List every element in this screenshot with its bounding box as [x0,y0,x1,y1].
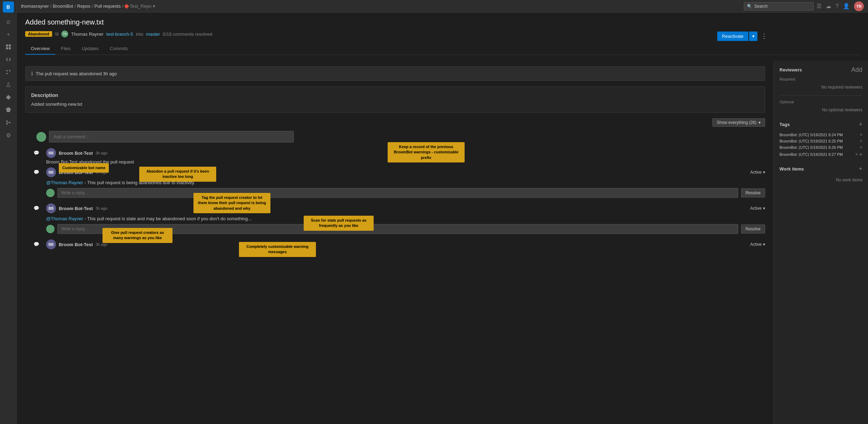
releases-icon[interactable] [3,92,14,103]
comment-avatar-4: BB [46,239,56,249]
pr-id: !9 [55,32,59,37]
add-reviewer-button[interactable]: Add [851,66,862,74]
add-work-item-button[interactable]: + [859,165,862,173]
chevron-status-icon[interactable]: ▾ [763,170,765,175]
svg-point-4 [6,70,8,71]
svg-rect-1 [9,44,11,47]
pipelines-icon[interactable] [3,67,14,78]
abandoned-text: The pull request was abandoned 3h ago [36,71,117,76]
branch-from[interactable]: test-branch-5 [106,32,133,37]
svg-point-5 [9,70,10,71]
add-comment-input[interactable] [49,131,294,143]
chevron-status-icon-4[interactable]: ▾ [763,242,765,247]
pullrequest-nav-icon[interactable] [3,117,14,128]
comments-resolved: 0/18 comments resolved [163,32,212,37]
search-box[interactable]: 🔍 Search [744,2,814,11]
help-icon[interactable]: ? [835,3,839,9]
chevron-down-icon [758,120,761,125]
board-icon[interactable] [3,41,14,53]
svg-rect-0 [6,44,8,47]
tag-remove-0[interactable]: × [860,132,862,137]
svg-rect-9 [6,109,11,110]
comment-author-1: Broom Bot-Test [59,151,93,156]
description-box: Description Added something-new.txt [25,86,765,113]
user-icon[interactable]: 👤 [843,3,850,9]
no-optional-reviewers: No optional reviewers [779,106,862,114]
reply-input-3[interactable] [57,224,738,234]
comment-thread-2: 💬 BB Broom Bot-Test 3h ago Active ▾ @Tho… [25,167,765,198]
tab-commits[interactable]: Commits [104,43,133,55]
comment-body-2: @Thomas Rayner - This pull request is be… [46,180,765,185]
topbar: thomasrayner / BroomBot / Repos / Pull r… [17,0,868,13]
resolve-button-2[interactable]: Resolve [741,188,765,197]
tag-remove-1[interactable]: × [860,139,862,144]
tag-add-button[interactable]: + [859,151,862,158]
tag-remove-3[interactable]: × [855,151,858,158]
work-items-header: Work items + [779,165,862,173]
optional-label: Optional [779,100,862,104]
thread-comment-icon: 💬 [34,150,39,155]
abandoned-notice: ℹ The pull request was abandoned 3h ago [25,66,765,81]
reply-input-2[interactable] [57,188,738,198]
breadcrumb-pullrequests[interactable]: Pull requests [94,4,121,9]
show-everything-button[interactable]: Show everything (26) [712,118,765,127]
breadcrumb-repos[interactable]: Repos [77,4,91,9]
reviewers-title: Reviewers [779,67,802,72]
pr-tabs: Overview Files Updates Commits [25,43,860,55]
avatar[interactable]: TR [854,1,864,11]
mention-3: @Thomas Rayner [46,216,83,221]
comment-status-4: Active ▾ [750,242,765,247]
tag-item-0: BroomBot: (UTC) 5/19/2021 6:24 PM × [779,132,862,138]
add-tag-button[interactable]: + [859,121,862,128]
comment-author-3: Broom Bot-Test [59,206,93,211]
chevron-status-icon-3[interactable]: ▾ [763,206,765,211]
reviewers-section: Reviewers Add Required No required revie… [779,66,862,114]
cloud-icon[interactable]: ☁ [826,3,831,9]
author-avatar: TR [61,30,68,37]
svg-point-6 [6,73,8,74]
tag-remove-2[interactable]: × [860,145,862,150]
mention-2: @Thomas Rayner [46,180,83,185]
list-icon[interactable]: ☰ [817,3,821,9]
breadcrumb-broombot[interactable]: BroomBot [53,4,73,9]
reactivate-button[interactable]: Reactivate [717,32,748,41]
settings-icon[interactable]: ⚙ [3,130,14,141]
comment-avatar-2: BB [46,167,56,177]
svg-point-12 [6,123,8,125]
artifacts-icon[interactable] [3,104,14,116]
thread-comment-icon-4: 💬 [34,242,39,247]
search-icon: 🔍 [747,4,752,9]
work-items-title: Work items [779,166,804,172]
pr-content: ℹ The pull request was abandoned 3h ago … [17,61,868,424]
tags-list: BroomBot: (UTC) 5/19/2021 6:24 PM × Broo… [779,132,862,158]
test-icon[interactable] [3,79,14,90]
add-comment-row [25,131,765,143]
tags-header: Tags + [779,121,862,128]
comment-thread-4: 💬 BB Broom Bot-Test 3h ago Active ▾ [25,239,765,249]
reactivate-dropdown-button[interactable]: ▾ [749,32,757,41]
home-icon[interactable]: ⌂ [3,16,14,27]
reply-avatar-3 [46,225,55,233]
comment-author-4: Broom Bot-Test [59,242,93,247]
comment-thread-1: 💬 BB Broom Bot-Test 3h ago Broom Bot-Tes… [25,148,765,165]
tab-files[interactable]: Files [55,43,76,55]
code-icon[interactable] [3,54,14,65]
breadcrumb-repo[interactable]: Test_Repo ▾ [125,4,155,9]
breadcrumb-user[interactable]: thomasrayner [21,4,49,9]
right-panel: Reviewers Add Required No required revie… [774,61,868,424]
no-work-items: No work items [779,176,862,184]
svg-rect-3 [9,47,11,49]
plus-icon[interactable]: ＋ [3,29,14,40]
activity-bar: B ⌂ ＋ ⚙ [0,0,17,424]
branch-to[interactable]: master [146,32,160,37]
main-wrapper: thomasrayner / BroomBot / Repos / Pull r… [17,0,868,424]
resolve-button-3[interactable]: Resolve [741,224,765,234]
comment-author-2: Broom Bot-Test [59,170,93,175]
pr-actions: Reactivate ▾ ⋮ [717,31,770,41]
description-title: Description [31,92,759,98]
tab-updates[interactable]: Updates [76,43,104,55]
tab-overview[interactable]: Overview [25,43,55,55]
org-logo[interactable]: B [3,1,14,13]
more-options-button[interactable]: ⋮ [758,31,770,41]
show-everything-bar: Show everything (26) [25,118,765,127]
